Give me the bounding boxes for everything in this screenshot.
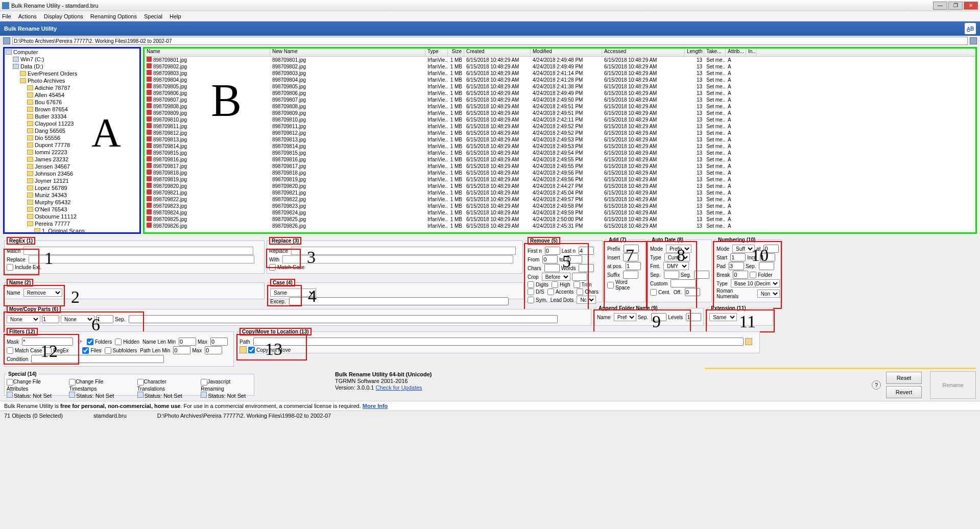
file-row[interactable]: 898709801.jpg898709801.jpgIrfanVie...1 M… — [145, 57, 975, 63]
cent-cb[interactable] — [650, 289, 657, 296]
plmin[interactable] — [173, 346, 190, 354]
num-mode[interactable]: Suffix — [732, 245, 755, 253]
file-row[interactable]: 898709821.jpg898709821.jpgIrfanVie...1 M… — [145, 189, 975, 196]
num-break[interactable] — [733, 271, 748, 279]
cfa-cb[interactable] — [7, 379, 13, 386]
refresh-icon[interactable]: ⟳ — [78, 339, 82, 345]
wordspace-cb[interactable] — [607, 282, 614, 288]
from-input[interactable] — [542, 255, 558, 263]
file-row[interactable]: 898709808.jpg898709808.jpgIrfanVie...1 M… — [145, 103, 975, 110]
folder-tree[interactable]: A ComputerWin7 (C:)Data (D:)EverPresent … — [3, 47, 141, 234]
file-row[interactable]: 898709812.jpg898709812.jpgIrfanVie...1 M… — [145, 130, 975, 136]
file-row[interactable]: 898709822.jpg898709822.jpgIrfanVie...1 M… — [145, 196, 975, 203]
help-icon[interactable]: ? — [872, 380, 881, 390]
mc-sel2[interactable]: None — [61, 315, 94, 323]
tree-node[interactable]: Lopez 56789 — [5, 184, 139, 191]
rename-button[interactable]: Rename — [930, 371, 976, 399]
regex-replace-input[interactable] — [29, 255, 254, 263]
menu-file[interactable]: File — [2, 13, 11, 19]
file-row[interactable]: 898709809.jpg898709809.jpgIrfanVie...1 M… — [145, 110, 975, 116]
col-take[interactable]: Take... — [704, 49, 726, 56]
check-updates-link[interactable]: Check for Updates — [376, 384, 422, 391]
file-row[interactable]: 898709824.jpg898709824.jpgIrfanVie...1 M… — [145, 209, 975, 216]
nlmin[interactable] — [179, 338, 196, 346]
matchcase2-cb[interactable] — [7, 347, 13, 354]
more-info-link[interactable]: More Info — [363, 403, 388, 409]
num-pad[interactable] — [729, 262, 744, 270]
doc-icon[interactable] — [7, 392, 13, 398]
file-row[interactable]: 898709810.jpg898709810.jpgIrfanVie...1 M… — [145, 116, 975, 123]
num-sep[interactable] — [759, 262, 774, 270]
plmax[interactable] — [205, 346, 222, 354]
menu-help[interactable]: Help — [170, 13, 181, 19]
reset-button[interactable]: Reset — [886, 372, 922, 384]
col-type[interactable]: Type — [425, 49, 448, 56]
file-row[interactable]: 898709825.jpg898709825.jpgIrfanVie...1 M… — [145, 216, 975, 223]
prefix-input[interactable] — [624, 245, 639, 253]
num-type[interactable]: Base 10 (Decimal) — [731, 279, 780, 287]
digits-cb[interactable] — [528, 281, 534, 288]
tree-node[interactable]: Data (D:) — [5, 63, 139, 70]
tree-node[interactable]: Win7 (C:) — [5, 56, 139, 63]
off-input[interactable] — [685, 288, 700, 296]
file-list[interactable]: B NameNew NameTypeSizeCreatedModifiedAcc… — [143, 47, 977, 234]
ext-select[interactable]: Same — [709, 313, 737, 321]
leaddots-select[interactable]: None — [577, 296, 596, 304]
file-row[interactable]: 898709802.jpg898709802.jpgIrfanVie...1 M… — [145, 63, 975, 70]
col-length[interactable]: Length — [685, 49, 704, 56]
copynotmove-cb[interactable] — [248, 347, 255, 353]
col-modified[interactable]: Modified — [531, 49, 602, 56]
af-sep[interactable] — [651, 313, 666, 321]
folder-up-icon[interactable] — [3, 37, 10, 44]
mc-n1[interactable] — [42, 315, 59, 323]
subfolders-cb[interactable] — [105, 347, 111, 354]
autodate-seg[interactable] — [694, 271, 709, 279]
autodate-fmt[interactable]: DMY — [663, 262, 689, 270]
close-button[interactable]: ✕ — [964, 2, 978, 10]
tree-node[interactable]: Osbourne 11112 — [5, 213, 139, 220]
tree-node[interactable]: 1. Original Scans — [5, 227, 139, 234]
menu-actions[interactable]: Actions — [18, 13, 37, 19]
maximize-button[interactable]: ❐ — [948, 2, 963, 10]
col-size[interactable]: Size — [448, 49, 464, 56]
menu-display-options[interactable]: Display Options — [44, 13, 83, 19]
cft-cb[interactable] — [69, 379, 76, 386]
num-folder-cb[interactable] — [750, 272, 756, 278]
mc-sel1[interactable]: None — [7, 315, 40, 323]
sym-cb[interactable] — [528, 297, 534, 303]
replace-input[interactable] — [291, 247, 516, 255]
tree-node[interactable]: Allen 45454 — [5, 91, 139, 99]
file-row[interactable]: 898709807.jpg898709807.jpgIrfanVie...1 M… — [145, 97, 975, 103]
num-incr[interactable] — [760, 253, 775, 261]
file-row[interactable]: 898709814.jpg898709814.jpgIrfanVie...1 M… — [145, 143, 975, 150]
words-input[interactable] — [579, 264, 594, 272]
with-input[interactable] — [282, 255, 513, 263]
col-newname[interactable]: New Name — [270, 49, 425, 56]
trim-cb[interactable] — [573, 281, 580, 288]
file-row[interactable]: 898709811.jpg898709811.jpgIrfanVie...1 M… — [145, 123, 975, 130]
mc-sep[interactable] — [129, 315, 558, 323]
insert-input[interactable] — [623, 253, 638, 261]
mc-n2[interactable] — [96, 315, 113, 323]
tree-node[interactable]: O'Neil 76543 — [5, 206, 139, 213]
tree-node[interactable]: Pereira 77777 — [5, 220, 139, 227]
autodate-mode[interactable]: Prefix — [666, 245, 691, 253]
tree-node[interactable]: Murphy 65432 — [5, 199, 139, 206]
name-select[interactable]: Remove — [23, 288, 62, 297]
to-input[interactable] — [567, 255, 582, 263]
accents-cb[interactable] — [547, 288, 554, 295]
file-row[interactable]: 898709823.jpg898709823.jpgIrfanVie...1 M… — [145, 203, 975, 209]
file-row[interactable]: 898709815.jpg898709815.jpgIrfanVie...1 M… — [145, 150, 975, 156]
ds-cb[interactable] — [528, 288, 534, 295]
high-cb[interactable] — [552, 281, 558, 288]
doc-icon[interactable] — [137, 392, 144, 398]
autodate-type[interactable]: Current — [664, 253, 690, 261]
file-row[interactable]: 898709817.jpg898709817.jpgIrfanVie...1 M… — [145, 163, 975, 170]
tree-node[interactable]: Johnson 23456 — [5, 170, 139, 177]
jr-cb[interactable] — [201, 379, 207, 386]
tree-node[interactable]: Bou 67676 — [5, 99, 139, 106]
tree-node[interactable]: EverPresent Orders — [5, 70, 139, 77]
tree-node[interactable]: Photo Archives — [5, 77, 139, 84]
col-accessed[interactable]: Accessed — [602, 49, 685, 56]
firstn-input[interactable] — [545, 247, 560, 255]
